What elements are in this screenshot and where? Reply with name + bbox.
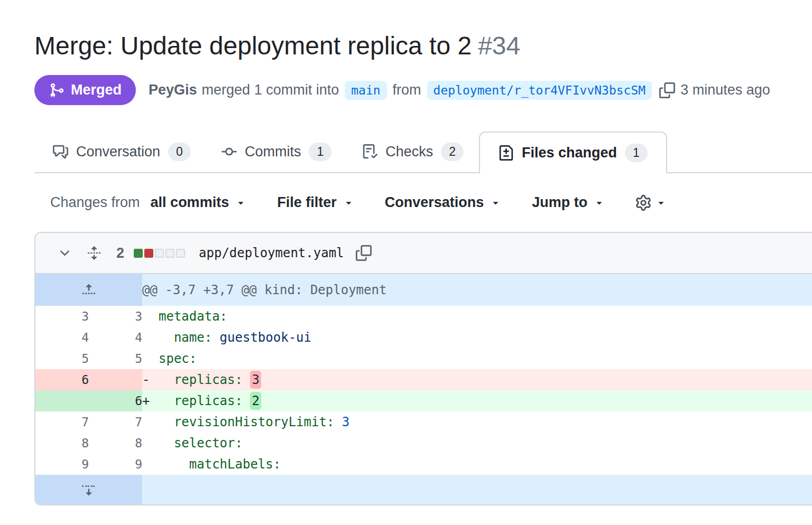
- diff-sign: -: [142, 373, 159, 386]
- old-line-number[interactable]: 8: [35, 433, 89, 454]
- diff-sign: [142, 437, 159, 449]
- copy-branch-icon[interactable]: [659, 82, 675, 98]
- new-line-number[interactable]: 4: [89, 327, 142, 348]
- expand-all-icon[interactable]: [87, 246, 102, 260]
- file-changes-count: 2: [116, 245, 124, 261]
- yaml-value: [243, 393, 250, 408]
- copy-file-path-icon[interactable]: [356, 245, 372, 261]
- jump-to-label: Jump to: [532, 194, 587, 211]
- removed-word-highlight: 3: [250, 371, 261, 389]
- tab-counter: 0: [168, 143, 191, 161]
- yaml-value: guestbook-ui: [212, 330, 311, 345]
- yaml-key: spec:: [159, 351, 197, 366]
- diff-line-added: 6 + replicas: 2: [35, 390, 812, 411]
- new-line-number[interactable]: 6: [89, 390, 142, 411]
- old-line-number[interactable]: 4: [35, 327, 89, 348]
- code-cell: - replicas: 3: [142, 369, 812, 390]
- yaml-value: 3: [334, 415, 349, 429]
- tab-label: Commits: [245, 144, 301, 160]
- diff-settings-button[interactable]: [635, 195, 667, 211]
- diff-sign: [142, 458, 159, 471]
- diff-sign: +: [142, 395, 159, 407]
- pr-tabs: Conversation 0 Commits 1 Checks 2 Files …: [34, 132, 812, 173]
- diff-sign: [142, 331, 159, 344]
- merge-timestamp: 3 minutes ago: [680, 82, 770, 98]
- hunk-row: @@ -3,7 +3,7 @@ kind: Deployment: [35, 274, 812, 306]
- new-line-number[interactable]: 3: [89, 306, 142, 327]
- tab-counter: 1: [625, 144, 648, 162]
- diffstat-square: [176, 249, 185, 258]
- fold-down-icon: [35, 482, 142, 497]
- pr-number: #34: [478, 32, 520, 60]
- diff-line: 9 9 matchLabels:: [35, 454, 812, 475]
- chevron-down-icon: [656, 197, 667, 208]
- conversations-label: Conversations: [385, 194, 484, 211]
- tab-files-changed[interactable]: Files changed 1: [479, 132, 667, 173]
- gear-icon: [635, 195, 651, 211]
- file-diff-icon: [499, 145, 514, 161]
- tab-commits[interactable]: Commits 1: [206, 132, 347, 172]
- changes-from-label: Changes from: [50, 194, 140, 211]
- git-merge-icon: [49, 82, 64, 98]
- new-line-number[interactable]: 8: [89, 433, 142, 454]
- code-cell: metadata:: [142, 306, 812, 327]
- tab-counter: 2: [441, 143, 464, 161]
- diff-line: 7 7 revisionHistoryLimit: 3: [35, 411, 812, 433]
- yaml-key: name:: [159, 330, 212, 345]
- new-line-number[interactable]: [89, 369, 142, 390]
- diff-line: 3 3 metadata:: [35, 306, 812, 327]
- diff-toolbar: Changes from all commits File filter Con…: [50, 194, 812, 211]
- old-line-number[interactable]: 5: [35, 348, 89, 369]
- tab-conversation[interactable]: Conversation 0: [38, 132, 206, 172]
- old-line-number[interactable]: 9: [35, 454, 89, 475]
- conversations-dropdown[interactable]: Conversations: [385, 194, 502, 211]
- new-line-number[interactable]: 7: [89, 411, 142, 433]
- git-commit-icon: [222, 144, 237, 160]
- old-line-number[interactable]: 3: [35, 306, 89, 327]
- byline: PeyGis merged 1 commit into main from de…: [149, 81, 770, 100]
- diff-line: 5 5 spec:: [35, 348, 812, 369]
- expand-down-button[interactable]: [35, 475, 142, 504]
- code-cell: spec:: [142, 348, 812, 369]
- tab-label: Files changed: [522, 145, 617, 161]
- head-branch-label[interactable]: deployment/r_tor4VFIvvN3bscSM: [427, 81, 652, 100]
- old-line-number[interactable]: 7: [35, 411, 89, 433]
- file-filter-dropdown[interactable]: File filter: [277, 194, 354, 211]
- old-line-number[interactable]: [35, 390, 89, 411]
- file-filter-label: File filter: [277, 194, 337, 211]
- new-line-number[interactable]: 5: [89, 348, 142, 369]
- diff-sign: [142, 310, 159, 323]
- expand-row: [35, 475, 812, 504]
- diffstat-square: [134, 249, 143, 258]
- tab-label: Conversation: [76, 144, 160, 160]
- old-line-number[interactable]: 6: [35, 369, 89, 390]
- diff-line: 8 8 selector:: [35, 433, 812, 454]
- diffstat: [134, 249, 185, 258]
- pr-header: Merge: Update deployment replica to 2#34…: [0, 0, 812, 105]
- file-header: 2 app/deployment.yaml: [35, 233, 812, 274]
- yaml-key: matchLabels:: [159, 457, 281, 472]
- chevron-down-icon: [490, 197, 501, 208]
- code-cell: name: guestbook-ui: [142, 327, 812, 348]
- code-cell: selector:: [142, 433, 812, 454]
- diffstat-square: [165, 249, 174, 258]
- jump-to-dropdown[interactable]: Jump to: [532, 194, 605, 211]
- new-line-number[interactable]: 9: [89, 454, 142, 475]
- chevron-down-icon: [343, 197, 354, 208]
- yaml-key: selector:: [159, 436, 243, 451]
- chevron-down-icon: [594, 197, 605, 208]
- collapse-file-chevron-icon[interactable]: [58, 246, 72, 260]
- file-name-link[interactable]: app/deployment.yaml: [199, 246, 344, 260]
- diff-sign: [142, 352, 159, 365]
- author-link[interactable]: PeyGis: [149, 82, 197, 98]
- changes-from-dropdown[interactable]: Changes from all commits: [50, 194, 246, 211]
- expand-up-button[interactable]: [35, 274, 142, 306]
- tab-checks[interactable]: Checks 2: [347, 132, 479, 172]
- status-badge: Merged: [34, 75, 136, 105]
- diff-line-removed: 6 - replicas: 3: [35, 369, 812, 390]
- byline-action: merged 1 commit into: [202, 82, 339, 98]
- base-branch-label[interactable]: main: [345, 81, 386, 100]
- diffstat-square: [144, 249, 153, 258]
- page-title: Merge: Update deployment replica to 2#34: [34, 30, 791, 62]
- changes-from-value: all commits: [151, 194, 229, 211]
